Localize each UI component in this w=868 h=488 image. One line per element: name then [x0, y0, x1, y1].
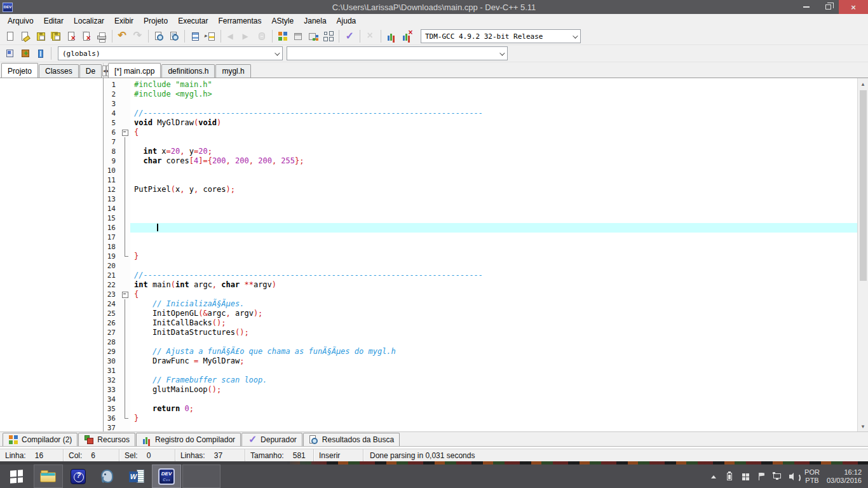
delete-profiling-data-button[interactable] [399, 29, 414, 44]
code-line: 18 [104, 242, 857, 252]
menu-ajuda[interactable]: Ajuda [332, 15, 362, 27]
fold-line-marker [120, 347, 130, 356]
chevron-down-icon [499, 50, 505, 55]
toggle-breakpoint-button [254, 29, 269, 44]
fold-line-marker [120, 376, 130, 385]
close-file-button[interactable] [64, 29, 79, 44]
print-button[interactable] [94, 29, 109, 44]
editor-tab-mygl-h[interactable]: mygl.h [215, 64, 250, 78]
menu-editar[interactable]: Editar [39, 15, 69, 27]
fold-open-marker[interactable] [120, 290, 130, 299]
new-file-button[interactable] [3, 29, 18, 44]
panel-tab-classes[interactable]: Classes [39, 64, 79, 78]
remove-from-project-button[interactable] [33, 46, 48, 61]
abort-compilation-icon [365, 31, 376, 42]
back-button [224, 29, 239, 44]
syntax-check-button[interactable] [342, 29, 357, 44]
line-number: 37 [104, 423, 120, 431]
toolbar-separator [184, 30, 185, 43]
line-number: 32 [104, 376, 120, 385]
code-text [130, 261, 857, 271]
menu-localizar[interactable]: Localizar [69, 15, 109, 27]
title-bar: DEV C:\Users\LarissaP\Downloads\main.cpp… [0, 0, 868, 14]
tab-debugger[interactable]: Depurador [241, 433, 302, 446]
code-lines: 1#include "main.h"2#include <mygl.h>34//… [104, 78, 857, 431]
help-viewer[interactable] [64, 464, 93, 488]
code-line: 26 InitCallBacks(); [104, 318, 857, 328]
restore-button[interactable] [817, 0, 839, 14]
show-hidden-icons[interactable] [709, 471, 718, 482]
find-button[interactable] [151, 29, 166, 44]
rebuild-all-button[interactable] [321, 29, 336, 44]
volume-indicator[interactable] [789, 471, 797, 482]
battery-indicator[interactable] [725, 471, 734, 482]
menu-ferramentas[interactable]: Ferramentas [213, 15, 266, 27]
microsoft-word[interactable] [122, 464, 151, 488]
fold-margin [120, 423, 130, 431]
globals-select[interactable]: (globals) [58, 46, 283, 60]
menu-exibir[interactable]: Exibir [109, 15, 139, 27]
postgresql[interactable] [93, 464, 122, 488]
save-all-button[interactable] [48, 29, 64, 44]
dev-cpp[interactable] [152, 464, 181, 488]
insert-snippet-button[interactable] [203, 29, 218, 44]
save-button[interactable] [33, 29, 48, 44]
undo-button[interactable] [115, 29, 130, 44]
panel-tab-projeto[interactable]: Projeto [1, 63, 38, 78]
tab-search-results[interactable]: Resultados da Busca [303, 433, 400, 446]
start-button[interactable] [0, 464, 33, 488]
profile-analysis-button[interactable] [384, 29, 399, 44]
add-to-project-button[interactable] [18, 46, 33, 61]
menu-astyle[interactable]: AStyle [267, 15, 299, 27]
line-number: 18 [104, 242, 120, 252]
fold-line-marker [120, 156, 130, 166]
panel-tab-de[interactable]: De [79, 64, 102, 78]
tab-compile-log-label: Registro do Compilador [155, 435, 235, 444]
clock[interactable]: 16:12 03/03/2016 [827, 468, 862, 485]
redo-icon [133, 31, 144, 42]
scrollbar-thumb[interactable] [860, 90, 867, 281]
compile-and-run-button[interactable] [306, 29, 321, 44]
compile-button[interactable] [275, 29, 290, 44]
line-number: 14 [104, 204, 120, 214]
fold-margin [120, 271, 130, 280]
toggle-breakpoint-icon [257, 31, 268, 42]
replace-icon [169, 31, 180, 42]
code-text: int main(int argc, char **argv) [130, 280, 857, 290]
fold-open-marker[interactable] [120, 128, 130, 137]
language-indicator[interactable]: POR PTB [804, 468, 820, 485]
code-text: PutPixel(x, y, cores); [130, 185, 857, 194]
open-file-button[interactable] [18, 29, 33, 44]
tab-resources[interactable]: Recursos [78, 433, 135, 446]
scrollbar-down-button[interactable]: ▾ [858, 421, 868, 431]
editor-tab-main-cpp[interactable]: [*] main.cpp [108, 63, 161, 78]
new-source-file-button[interactable] [3, 46, 18, 61]
replace-button[interactable] [166, 29, 182, 44]
tab-compile-log[interactable]: Registro do Compilador [136, 433, 241, 446]
run-button[interactable] [290, 29, 306, 44]
save-icon [36, 31, 46, 42]
file-explorer[interactable] [34, 464, 63, 488]
tab-compiler[interactable]: Compilador (2) [3, 433, 78, 446]
scrollbar-up-button[interactable]: ▴ [858, 78, 868, 89]
minimize-button[interactable] [796, 0, 817, 14]
editor-tab-definitions-h[interactable]: definitions.h [161, 64, 215, 78]
members-select[interactable] [287, 46, 508, 60]
code-editor[interactable]: 1#include "main.h"2#include <mygl.h>34//… [104, 78, 857, 431]
vertical-scrollbar[interactable]: ▴ ▾ [857, 78, 868, 431]
menu-executar[interactable]: Executar [173, 15, 213, 27]
toolbar-separator [339, 30, 339, 43]
compiler-select[interactable]: TDM-GCC 4.9.2 32-bit Release [421, 29, 581, 43]
network-indicator[interactable] [773, 471, 782, 482]
fold-margin [120, 99, 130, 109]
menu-arquivo[interactable]: Arquivo [3, 15, 39, 27]
menu-projeto[interactable]: Projeto [139, 15, 173, 27]
close-all-button[interactable] [79, 29, 94, 44]
code-text: //--------------------------------------… [130, 109, 857, 118]
goto-line-button[interactable] [187, 29, 203, 44]
menu-janela[interactable]: Janela [299, 15, 331, 27]
windows-indicator[interactable] [741, 471, 750, 482]
untitled-window[interactable] [182, 464, 220, 488]
close-button[interactable]: × [839, 0, 868, 14]
action-center[interactable] [757, 471, 766, 482]
